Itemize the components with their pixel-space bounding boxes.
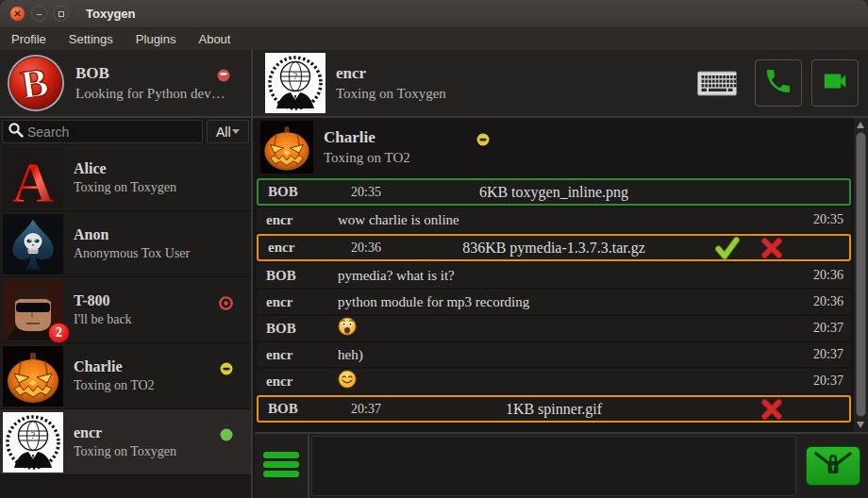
scroll-down-arrow-icon[interactable] [857,422,864,428]
peer-status-message: Toxing on Toxygen [336,86,446,102]
busy-ring-status-icon [219,296,233,314]
chat-area: Charlie Toxing on TO2 BOB 6KB toxygen_in… [255,118,868,432]
contact-name: Charlie [74,358,155,375]
contact-name: encr [74,424,176,441]
unread-badge: 2 [48,323,70,343]
scrollbar-thumb[interactable] [856,132,866,417]
avatar [3,346,63,407]
phone-icon [763,66,793,100]
scroll-up-arrow-icon[interactable] [857,122,864,128]
message-sender: encr [257,347,338,363]
self-name: BOB [75,64,225,83]
file-decline-button[interactable] [760,398,783,421]
busy-status-icon [217,69,230,86]
away-status-icon [220,362,233,379]
video-call-button[interactable] [811,59,859,107]
contact-filter-value: All [216,124,231,140]
message-row: BOB 20:37 [257,316,851,340]
maximize-icon [58,11,64,17]
message-sender: encr [257,374,338,390]
contact-list: A Alice Toxing on Toxygen Anon Anonymous… [0,145,251,475]
away-status-icon [476,133,490,150]
contact-name: Alice [74,160,176,177]
file-accept-button[interactable] [715,237,740,259]
svg-text:?: ? [31,430,36,440]
message-time: 20:36 [802,294,851,309]
contact-texts: encr Toxing on Toxygen [74,424,176,459]
message-time: 20:37 [340,402,389,417]
send-encrypted-button[interactable] [806,446,860,486]
audio-call-button[interactable] [755,59,802,107]
avatar: A [3,148,63,208]
contact-charlie[interactable]: Charlie Toxing on TO2 [0,343,251,409]
contact-alice[interactable]: A Alice Toxing on Toxygen [0,145,251,211]
message-time: 20:37 [802,321,851,336]
message-sender: encr [257,294,338,310]
active-chat-card: ? encr Toxing on Toxygen [253,50,696,116]
svg-text:?: ? [293,71,298,81]
message-input[interactable] [311,436,796,496]
message-text: heh) [338,347,802,363]
menu-item-plugins[interactable]: Plugins [136,32,176,46]
contact-status-message: Toxing on Toxygen [74,180,176,195]
toxygen-window: ✕ – Toxygen Profile Settings Plugins Abo… [0,0,868,498]
envelope-lock-icon [812,450,854,482]
window-title: Toxygen [86,7,136,21]
contact-status-message: I'll be back [74,312,132,327]
contact-status-message: Toxing on Toxygen [74,444,176,459]
chat-scrollbar[interactable] [854,118,868,432]
card-texts: Charlie Toxing on TO2 [324,128,410,166]
message-sender: BOB [257,268,338,284]
message-time: 20:35 [340,185,389,200]
contact-status-message: Toxing on TO2 [74,378,155,393]
menu-item-about[interactable]: About [198,32,230,46]
contact-anon[interactable]: Anon Anonymous Tox User [0,211,251,277]
message-time: 20:36 [802,268,851,283]
message-row: encr heh) 20:37 [257,342,851,367]
message-text: pymedia? what is it? [338,268,802,284]
menu-item-settings[interactable]: Settings [69,32,113,46]
message-row: encr wow charlie is online 20:35 [257,208,851,232]
search-box [2,120,203,143]
message-text: wow charlie is online [338,212,802,228]
message-text: python module for mp3 recording [338,294,802,310]
contact-texts: Charlie Toxing on TO2 [74,358,155,393]
attachment-menu-button[interactable] [255,434,309,498]
search-input[interactable] [24,124,202,140]
typing-keyboard-icon [696,71,738,96]
header-actions [696,50,868,116]
message-time: 20:37 [802,374,851,389]
contact-status-message: Anonymous Tox User [74,246,190,261]
peer-name: encr [336,64,446,83]
message-sender: encr [257,212,338,228]
file-actions [715,237,783,259]
chevron-down-icon [232,129,240,134]
file-actions [760,398,783,421]
self-texts: BOB Looking for Python dev… [75,64,225,102]
emoji-smile-icon [338,370,802,392]
contact-t-800[interactable]: T-800 I'll be back 2 [0,277,251,343]
message-time: 20:35 [802,212,851,227]
menu-item-profile[interactable]: Profile [11,32,46,46]
title-bar: ✕ – Toxygen [0,0,868,28]
minimize-button[interactable]: – [31,6,47,22]
message-sender: BOB [259,184,340,200]
contact-texts: Anon Anonymous Tox User [74,226,190,261]
contact-encr[interactable]: ? encr Toxing on Toxygen [0,409,251,475]
maximize-button[interactable] [53,6,69,22]
contact-filter-dropdown[interactable]: All [207,120,249,143]
hamburger-menu-icon [262,449,300,483]
card-avatar [260,121,313,174]
video-camera-icon [819,67,851,99]
composer [255,432,868,498]
close-button[interactable]: ✕ [9,6,25,22]
file-transfer-row: BOB 1KB spinner.gif 20:37 [257,395,851,423]
header: B BOB Looking for Python dev… ? encr Tox… [0,50,868,118]
message-sender: BOB [257,321,338,337]
file-decline-button[interactable] [760,237,783,259]
contact-card-charlie[interactable]: Charlie Toxing on TO2 [255,118,868,176]
self-profile-card[interactable]: B BOB Looking for Python dev… [0,50,253,116]
avatar [3,214,63,274]
message-row: BOB pymedia? what is it? 20:36 [257,263,851,288]
avatar: ? [3,412,63,473]
